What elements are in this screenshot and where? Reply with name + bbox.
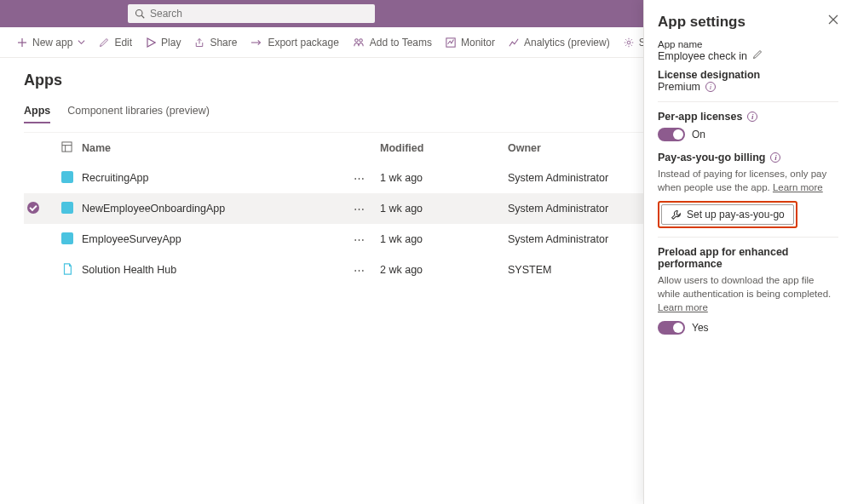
license-designation-value: Premium [658,81,700,93]
pencil-icon [99,37,109,48]
app-name-label: App name [658,39,838,49]
more-actions-button[interactable]: ⋯ [343,264,377,277]
selected-check-icon[interactable] [27,202,39,214]
app-name-value: Employee check in [658,50,747,62]
app-modified: 2 wk ago [377,264,504,276]
preload-description: Allow users to download the app file whi… [658,275,831,299]
per-app-licenses-toggle[interactable] [658,128,685,141]
app-modified: 1 wk ago [377,233,504,245]
panel-title: App settings [658,14,746,31]
wrench-icon [671,209,682,220]
info-icon[interactable]: i [747,112,757,122]
monitor-icon [446,37,456,48]
info-icon[interactable]: i [705,82,716,92]
monitor-button[interactable]: Monitor [446,37,495,49]
divider [658,237,838,238]
preload-toggle[interactable] [658,321,685,335]
analytics-label: Analytics (preview) [524,37,610,49]
health-hub-icon [61,263,73,275]
new-app-button[interactable]: New app [17,37,85,49]
teams-icon [353,37,365,48]
new-app-label: New app [32,37,72,49]
app-owner: System Administrator [504,172,632,184]
app-owner: System Administrator [504,233,632,245]
tab-apps[interactable]: Apps [24,105,50,123]
svg-point-9 [355,38,358,41]
more-actions-button[interactable]: ⋯ [343,233,377,246]
app-owner: System Administrator [504,203,632,215]
add-teams-button[interactable]: Add to Teams [353,37,432,49]
svg-marker-7 [147,38,155,47]
app-settings-panel: App settings App name Employee check in … [643,0,852,504]
plus-icon [17,37,27,48]
info-icon[interactable]: i [770,152,780,163]
app-name[interactable]: EmployeeSurveyApp [78,233,343,245]
canvas-app-icon [61,232,73,244]
app-name[interactable]: RecruitingApp [78,172,343,184]
payg-title: Pay-as-you-go billing [658,152,765,163]
app-modified: 1 wk ago [377,203,504,215]
payg-learn-more-link[interactable]: Learn more [773,182,823,192]
divider [658,101,838,102]
export-label: Export package [268,37,338,49]
edit-label: Edit [114,37,132,49]
svg-point-10 [360,38,362,41]
share-label: Share [210,37,237,49]
col-owner[interactable]: Owner [504,142,632,154]
monitor-label: Monitor [461,37,495,49]
layout-icon[interactable] [61,141,72,152]
app-name[interactable]: NewEmployeeOnboardingApp [78,203,343,215]
more-actions-button[interactable]: ⋯ [343,203,377,215]
more-actions-button[interactable]: ⋯ [343,172,377,185]
analytics-button[interactable]: Analytics (preview) [509,37,610,49]
preload-learn-more-link[interactable]: Learn more [658,302,708,312]
search-input[interactable] [150,8,368,20]
edit-button[interactable]: Edit [99,37,132,49]
app-owner: SYSTEM [504,264,632,276]
share-icon [194,37,204,48]
add-teams-label: Add to Teams [370,37,432,49]
play-button[interactable]: Play [146,37,181,49]
search-icon [135,9,145,19]
svg-point-0 [136,10,143,17]
app-modified: 1 wk ago [377,172,504,184]
export-icon [250,37,262,48]
search-box[interactable] [128,4,375,23]
share-button[interactable]: Share [194,37,237,49]
edit-app-name-button[interactable] [752,49,763,62]
tab-component-libraries[interactable]: Component libraries (preview) [67,105,210,123]
svg-point-12 [627,41,630,44]
play-icon [146,37,156,48]
per-app-licenses-toggle-label: On [692,129,705,140]
svg-line-1 [141,15,144,18]
gear-icon [624,37,634,48]
setup-payg-button[interactable]: Set up pay-as-you-go [661,204,794,225]
app-name[interactable]: Solution Health Hub [78,264,343,276]
per-app-licenses-title: Per-app licenses [658,111,742,123]
canvas-app-icon [61,171,73,183]
close-icon[interactable] [828,14,838,27]
preload-toggle-label: Yes [692,322,709,334]
chevron-down-icon [78,38,85,46]
setup-payg-label: Set up pay-as-you-go [687,209,785,220]
preload-title: Preload app for enhanced performance [658,246,838,270]
play-label: Play [161,37,181,49]
pencil-icon [752,49,763,60]
export-button[interactable]: Export package [250,37,338,49]
analytics-icon [509,37,519,48]
col-modified[interactable]: Modified [377,142,504,154]
highlight-box: Set up pay-as-you-go [658,201,797,228]
license-designation-label: License designation [658,69,838,81]
svg-rect-13 [62,141,72,151]
col-name[interactable]: Name [78,142,343,154]
canvas-app-icon [61,202,73,214]
